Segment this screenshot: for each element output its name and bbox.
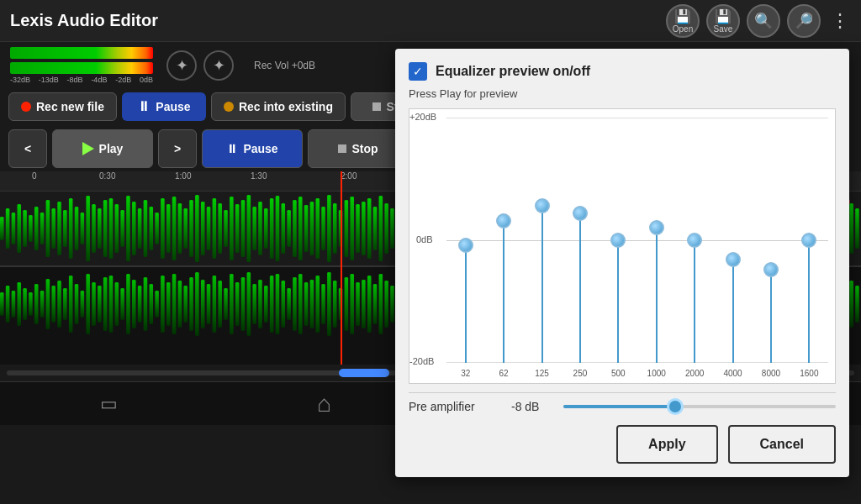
- screen-icon[interactable]: ▭: [100, 393, 118, 415]
- eq-handle-62[interactable]: [496, 213, 511, 228]
- eq-freq-label-32: 32: [461, 369, 470, 378]
- eq-stem-4000: [732, 260, 734, 363]
- eq-stem-125: [541, 206, 543, 363]
- eq-handle-8000[interactable]: [763, 262, 779, 277]
- stop-button-row2[interactable]: Stop: [308, 129, 409, 168]
- svg-rect-196: [264, 286, 268, 323]
- search-button[interactable]: 🔍: [747, 4, 780, 38]
- header-buttons: 💾 Open 💾 Save 🔍 🔎 ⋮: [666, 4, 851, 38]
- next-button[interactable]: >: [158, 129, 197, 168]
- scroll-thumb[interactable]: [339, 369, 389, 377]
- pre-amp-fill: [563, 405, 673, 408]
- svg-rect-199: [282, 281, 286, 328]
- rec-existing-icon: [224, 102, 234, 112]
- meter-bars: -32dB -13dB -8dB -4dB -2dB 0dB: [10, 47, 153, 84]
- svg-rect-206: [321, 284, 325, 324]
- svg-rect-7: [40, 213, 45, 244]
- playhead[interactable]: [341, 171, 342, 365]
- svg-rect-17: [98, 208, 102, 249]
- eq-handle-1000[interactable]: [649, 220, 664, 235]
- svg-rect-52: [298, 197, 303, 260]
- svg-rect-64: [367, 198, 372, 259]
- svg-rect-164: [81, 291, 85, 318]
- svg-rect-172: [126, 274, 130, 334]
- speaker-icons: ✦ ✦: [166, 50, 234, 81]
- svg-rect-182: [183, 286, 188, 323]
- apply-button[interactable]: Apply: [616, 425, 717, 464]
- svg-rect-6: [34, 207, 39, 250]
- svg-rect-36: [207, 207, 211, 250]
- zoom-button[interactable]: 🔎: [787, 4, 821, 38]
- home-icon[interactable]: ⌂: [317, 391, 331, 417]
- eq-handle-2000[interactable]: [687, 233, 702, 248]
- eq-band-32[interactable]: 32: [446, 118, 484, 363]
- eq-band-500[interactable]: 500: [600, 118, 637, 363]
- svg-rect-55: [315, 198, 320, 259]
- svg-rect-201: [293, 277, 297, 331]
- eq-handle-4000[interactable]: [726, 252, 741, 267]
- eq-handle-32[interactable]: [458, 238, 473, 253]
- rec-vol-label: Rec Vol +0dB: [254, 60, 315, 71]
- eq-freq-label-500: 500: [611, 369, 626, 378]
- rec-new-file-button[interactable]: Rec new file: [8, 92, 117, 121]
- eq-chart[interactable]: +20dB 0dB -20dB 32: [409, 108, 836, 384]
- svg-rect-207: [327, 272, 331, 336]
- eq-handle-125[interactable]: [535, 198, 550, 213]
- eq-band-16000[interactable]: 1600: [790, 118, 828, 363]
- pre-amp-label: Pre amplifier: [409, 400, 501, 413]
- svg-rect-42: [241, 200, 246, 257]
- eq-handle-250[interactable]: [573, 206, 588, 221]
- eq-handle-16000[interactable]: [801, 233, 816, 248]
- svg-rect-169: [109, 276, 114, 333]
- svg-rect-215: [373, 284, 378, 324]
- more-button[interactable]: ⋮: [827, 10, 851, 32]
- eq-band-62[interactable]: 62: [484, 118, 522, 363]
- eq-bands: 32 62 125 250: [446, 118, 828, 363]
- svg-rect-1: [6, 208, 10, 249]
- pause-icon: ⏸: [137, 99, 151, 114]
- svg-rect-32: [183, 208, 188, 249]
- app-title: Lexis Audio Editor: [10, 11, 666, 30]
- prev-button[interactable]: <: [8, 129, 47, 168]
- svg-rect-177: [155, 291, 159, 318]
- svg-rect-13: [75, 207, 79, 250]
- svg-rect-22: [126, 196, 130, 261]
- eq-freq-label-1000: 1000: [647, 369, 666, 378]
- svg-rect-158: [46, 279, 50, 329]
- eq-header: ✓ Equalizer preview on/off: [409, 62, 836, 81]
- eq-checkbox[interactable]: ✓: [409, 62, 427, 81]
- svg-rect-48: [276, 196, 280, 261]
- svg-rect-187: [213, 276, 217, 333]
- svg-rect-175: [144, 277, 148, 331]
- svg-rect-154: [23, 288, 27, 320]
- open-button[interactable]: 💾 Open: [666, 4, 700, 38]
- save-button[interactable]: 💾 Save: [706, 4, 740, 38]
- svg-rect-31: [178, 203, 182, 254]
- pause-button-row2[interactable]: ⏸ Pause: [202, 129, 303, 168]
- eq-band-4000[interactable]: 4000: [714, 118, 752, 363]
- eq-handle-500[interactable]: [610, 233, 626, 248]
- svg-rect-19: [109, 198, 114, 259]
- eq-band-250[interactable]: 250: [561, 118, 599, 363]
- svg-rect-200: [287, 288, 291, 320]
- pause-button-row1[interactable]: ⏸ Pause: [122, 92, 206, 121]
- play-button[interactable]: Play: [52, 129, 153, 168]
- svg-rect-9: [51, 208, 55, 249]
- timeline-mark-200: 2:00: [341, 171, 357, 181]
- rec-existing-button[interactable]: Rec into existing: [211, 92, 346, 121]
- svg-rect-35: [201, 202, 205, 255]
- svg-rect-176: [149, 284, 153, 324]
- pre-amp-slider[interactable]: [563, 405, 836, 408]
- svg-rect-178: [161, 276, 165, 333]
- meter-labels: -32dB -13dB -8dB -4dB -2dB 0dB: [10, 76, 153, 84]
- eq-band-1000[interactable]: 1000: [637, 118, 675, 363]
- eq-band-8000[interactable]: 8000: [752, 118, 790, 363]
- eq-freq-label-16000: 1600: [800, 369, 818, 378]
- eq-band-2000[interactable]: 2000: [675, 118, 713, 363]
- svg-rect-0: [0, 217, 4, 240]
- eq-title: Equalizer preview on/off: [436, 64, 590, 79]
- svg-rect-298: [849, 281, 853, 328]
- cancel-button[interactable]: Cancel: [728, 425, 836, 464]
- pre-amp-thumb[interactable]: [667, 398, 684, 415]
- eq-band-125[interactable]: 125: [523, 118, 561, 363]
